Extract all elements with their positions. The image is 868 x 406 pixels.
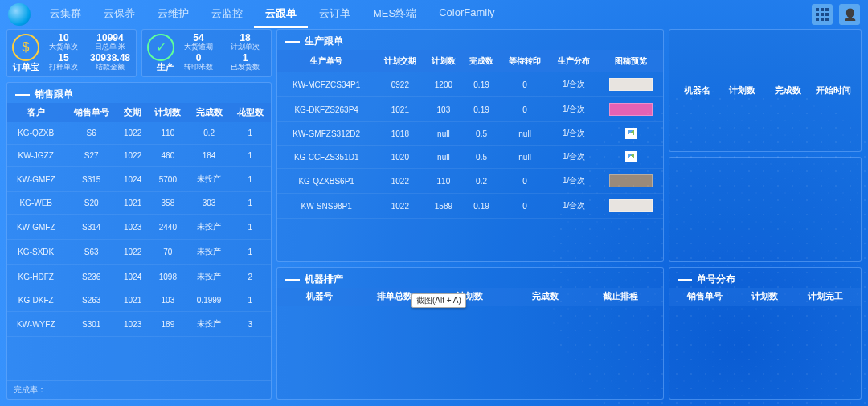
nav-item-1[interactable]: 云保养 xyxy=(92,2,146,28)
production-track-panel: 生产跟单 生产单号计划交期计划数完成数等待转印生产分布图稿预览 KW-MCFZC… xyxy=(276,29,664,262)
sales-col-header[interactable]: 客户 xyxy=(7,103,64,122)
stat-label: 已发货数 xyxy=(231,64,260,72)
table-row[interactable]: KG-DKFZS263P410211030.1901/合次 xyxy=(277,97,663,122)
col-header[interactable]: 机器号 xyxy=(282,291,358,302)
table-cell: 1/合次 xyxy=(550,122,599,146)
table-cell: KW-GMFZ xyxy=(7,215,64,240)
sales-footer: 完成率： xyxy=(7,380,271,399)
table-row[interactable]: KG-DKFZS26310211030.19991 xyxy=(7,289,271,312)
thumbnail-cell[interactable] xyxy=(599,122,663,146)
table-cell: 1021 xyxy=(118,192,147,215)
coin-icon: $ xyxy=(12,34,39,61)
table-row[interactable]: KW-WYFZS3011023189未投产3 xyxy=(7,312,271,337)
prod-col-header[interactable]: 等待转印 xyxy=(501,50,550,72)
thumbnail-cell[interactable] xyxy=(599,169,663,194)
thumbnail-cell[interactable] xyxy=(599,72,663,97)
table-cell: 未投产 xyxy=(188,265,229,289)
table-cell: 1200 xyxy=(424,72,462,97)
col-header[interactable]: 完成数 xyxy=(508,291,583,302)
table-row[interactable]: KW-JGZZS2710224601841 xyxy=(7,145,271,167)
sales-col-header[interactable]: 交期 xyxy=(118,103,147,122)
table-cell: 460 xyxy=(147,145,188,167)
table-cell: 1021 xyxy=(375,97,424,122)
nav-item-0[interactable]: 云集群 xyxy=(39,2,92,28)
table-cell: KG-SXDK xyxy=(7,240,64,265)
col-header[interactable]: 机器名 xyxy=(674,85,720,96)
table-row[interactable]: KG-WEBS2010213583031 xyxy=(7,192,271,215)
order-dist-header-row: 销售单号计划数计划完工 xyxy=(669,288,861,306)
prod-table: 生产单号计划交期计划数完成数等待转印生产分布图稿预览 KW-MCFZCS34P1… xyxy=(277,50,663,219)
table-row[interactable]: KW-SNS98P1102215890.1901/合次 xyxy=(277,194,663,219)
prod-col-header[interactable]: 生产分布 xyxy=(550,50,599,72)
user-profile-icon[interactable] xyxy=(839,4,860,25)
table-cell: S263 xyxy=(64,289,117,312)
table-cell: KW-WYFZ xyxy=(7,312,64,337)
sales-col-header[interactable]: 计划数 xyxy=(147,103,188,122)
col-header[interactable]: 计划完工 xyxy=(796,291,856,302)
thumbnail-cell[interactable] xyxy=(599,97,663,122)
prod-col-header[interactable]: 计划数 xyxy=(424,50,462,72)
screenshot-tooltip: 截图(Alt + A) xyxy=(411,293,466,308)
sales-table-scroll[interactable]: 客户销售单号交期计划数完成数花型数 KG-QZXBS610221100.21KW… xyxy=(7,103,271,380)
table-cell: KG-HDFZ xyxy=(7,265,64,289)
nav-item-7[interactable]: ColorFamily xyxy=(428,2,506,28)
col-header[interactable]: 销售单号 xyxy=(674,291,735,302)
table-row[interactable]: KG-HDFZS23610241098未投产2 xyxy=(7,265,271,289)
prod-col-header[interactable]: 生产单号 xyxy=(277,50,375,72)
col-header[interactable]: 计划数 xyxy=(735,291,795,302)
table-row[interactable]: KG-QZXBS610221100.21 xyxy=(7,122,271,145)
stat-label: 结款金额 xyxy=(96,64,125,72)
table-row[interactable]: KW-GMFZS31510245700未投产1 xyxy=(7,167,271,192)
thumbnail-cell[interactable] xyxy=(599,146,663,169)
table-cell: 1022 xyxy=(118,145,147,167)
order-distribution-panel: 单号分布 销售单号计划数计划完工 xyxy=(669,267,862,400)
table-cell: 1024 xyxy=(118,265,147,289)
nav-item-2[interactable]: 云维护 xyxy=(146,2,200,28)
nav-item-6[interactable]: MES终端 xyxy=(362,2,428,28)
thumbnail-icon xyxy=(625,128,637,139)
machine-schedule-panel: 机器排产 机器号排单总数计划数完成数截止排程 xyxy=(276,267,664,400)
prod-col-header[interactable]: 完成数 xyxy=(462,50,500,72)
table-cell: KW-GMFZ xyxy=(7,167,64,192)
table-cell: 303 xyxy=(188,192,229,215)
machine-sched-title: 机器排产 xyxy=(277,268,663,288)
nav-item-4[interactable]: 云跟单 xyxy=(254,2,308,28)
sales-col-header[interactable]: 销售单号 xyxy=(64,103,117,122)
col-header[interactable]: 截止排程 xyxy=(583,291,658,302)
table-row[interactable]: KW-GMFZS31410232440未投产1 xyxy=(7,215,271,240)
nav-item-5[interactable]: 云订单 xyxy=(308,2,362,28)
table-cell: null xyxy=(424,122,462,146)
apps-grid-icon[interactable] xyxy=(812,4,833,25)
table-cell: 0922 xyxy=(375,72,424,97)
thumbnail-cell[interactable] xyxy=(599,194,663,219)
prod-col-header[interactable]: 图稿预览 xyxy=(599,50,663,72)
table-cell: 3 xyxy=(230,312,271,337)
col-header[interactable]: 开始时间 xyxy=(811,85,857,96)
table-row[interactable]: KW-MCFZCS34P1092212000.1901/合次 xyxy=(277,72,663,97)
table-row[interactable]: KG-SXDKS63102270未投产1 xyxy=(7,240,271,265)
prod-col-header[interactable]: 计划交期 xyxy=(375,50,424,72)
stat-cell: 15打样单次 xyxy=(43,53,84,73)
table-row[interactable]: KW-GMFZS312D21018null0.5null1/合次 xyxy=(277,122,663,146)
table-cell: 0 xyxy=(501,169,550,194)
sales-panel-title: 销售跟单 xyxy=(7,83,271,103)
thumbnail-icon xyxy=(609,174,653,187)
table-cell: 1 xyxy=(230,240,271,265)
table-cell: 1022 xyxy=(375,194,424,219)
table-cell: 1 xyxy=(230,289,271,312)
col-header[interactable]: 计划数 xyxy=(720,85,766,96)
table-row[interactable]: KG-QZXBS6P110221100.201/合次 xyxy=(277,169,663,194)
col-header[interactable]: 完成数 xyxy=(765,85,811,96)
stat-cell: 54大货逾期 xyxy=(178,33,219,53)
table-cell: 1021 xyxy=(118,289,147,312)
table-cell: 1/合次 xyxy=(550,97,599,122)
nav-item-3[interactable]: 云监控 xyxy=(200,2,254,28)
table-cell: KG-QZXBS6P1 xyxy=(277,169,375,194)
table-cell: 0.19 xyxy=(462,72,500,97)
table-cell: KW-SNS98P1 xyxy=(277,194,375,219)
prod-table-scroll[interactable]: 生产单号计划交期计划数完成数等待转印生产分布图稿预览 KW-MCFZCS34P1… xyxy=(277,50,663,219)
sales-col-header[interactable]: 完成数 xyxy=(188,103,229,122)
sales-col-header[interactable]: 花型数 xyxy=(230,103,271,122)
table-row[interactable]: KG-CCFZS351D11020null0.5null1/合次 xyxy=(277,146,663,169)
table-cell: 358 xyxy=(147,192,188,215)
